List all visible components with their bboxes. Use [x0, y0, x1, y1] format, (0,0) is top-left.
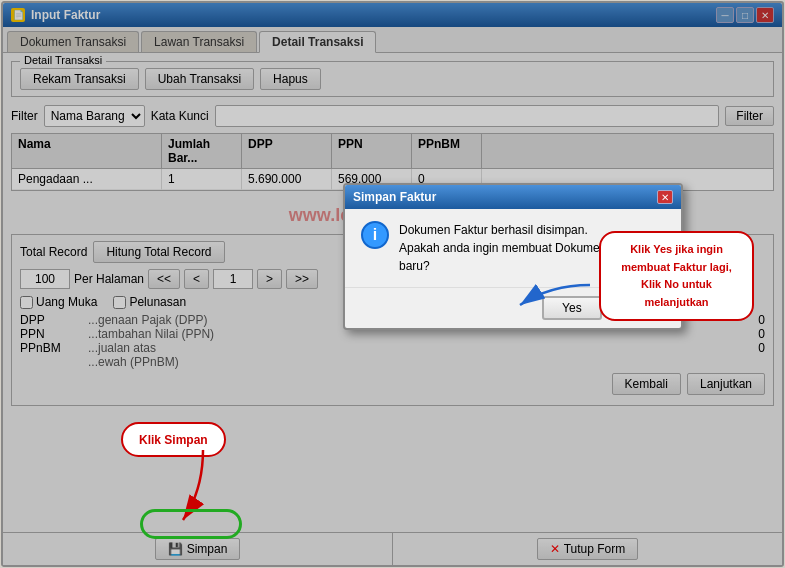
main-window: 📄 Input Faktur ─ □ ✕ Dokumen Transaksi L…	[1, 1, 784, 567]
dialog-message-line1: Dokumen Faktur berhasil disimpan.	[399, 221, 665, 239]
dialog-buttons: Yes No	[345, 287, 681, 328]
dialog-title: Simpan Faktur	[353, 190, 436, 204]
dialog-close-button[interactable]: ✕	[657, 190, 673, 204]
simpan-faktur-dialog: Simpan Faktur ✕ i Dokumen Faktur berhasi…	[343, 183, 683, 330]
dialog-info-icon: i	[361, 221, 389, 249]
dialog-body: i Dokumen Faktur berhasil disimpan. Apak…	[345, 209, 681, 287]
dialog-yes-button[interactable]: Yes	[542, 296, 602, 320]
dialog-titlebar: Simpan Faktur ✕	[345, 185, 681, 209]
dialog-no-button[interactable]: No	[610, 296, 665, 320]
dialog-message: Dokumen Faktur berhasil disimpan. Apakah…	[399, 221, 665, 275]
dialog-message-line2: Apakah anda ingin membuat Dokumen Faktur…	[399, 239, 665, 275]
